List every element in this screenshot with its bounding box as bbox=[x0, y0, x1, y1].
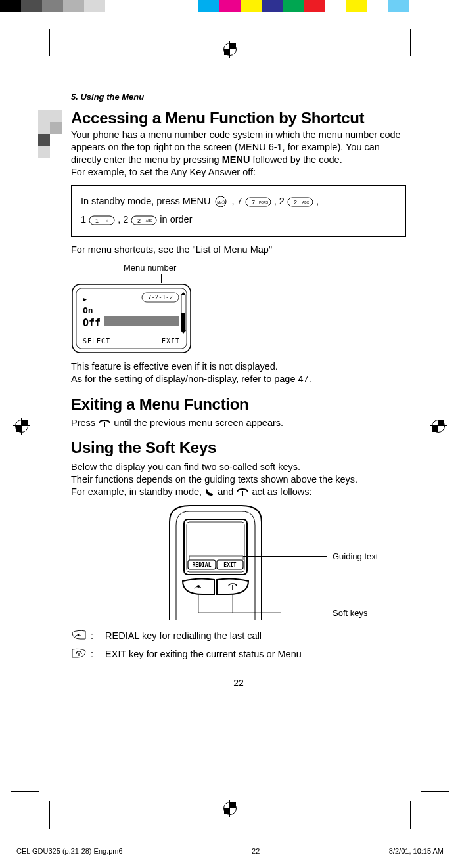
crop-mark bbox=[410, 801, 411, 829]
svg-text:On: On bbox=[83, 305, 93, 315]
color-swatch bbox=[241, 0, 262, 12]
softkey-right-icon bbox=[71, 648, 88, 664]
end-key-icon bbox=[236, 488, 249, 497]
seq-text: , bbox=[316, 196, 319, 206]
page-number: 22 bbox=[71, 678, 406, 688]
exiting-paragraph: Press until the previous menu screen app… bbox=[71, 417, 406, 429]
softkeys-text-c: act as follows: bbox=[252, 487, 311, 497]
end-key-icon bbox=[98, 419, 111, 428]
feature-note-a: This feature is effective even if it is … bbox=[71, 360, 406, 373]
key-desc-text: REDIAL key for redialling the last call bbox=[105, 630, 394, 643]
svg-text:ABC: ABC bbox=[146, 219, 153, 223]
key-sequence-box: In standby mode, press MENU M/❍ , 7 7PQR… bbox=[71, 185, 406, 237]
page: 5. Using the Menu Accessing a Menu Funct… bbox=[0, 0, 460, 868]
footer-timestamp: 8/2/01, 10:15 AM bbox=[389, 847, 444, 855]
seq-text: In standby mode, press MENU bbox=[81, 196, 213, 206]
heading-exiting: Exiting a Menu Function bbox=[71, 395, 406, 414]
key-7-icon: 7PQRS bbox=[245, 196, 271, 207]
intro-text-c: followed by the code. bbox=[250, 154, 342, 165]
heading-softkeys: Using the Soft Keys bbox=[71, 439, 406, 457]
svg-rect-8 bbox=[89, 216, 114, 225]
crop-mark bbox=[11, 791, 39, 792]
svg-text:⌂: ⌂ bbox=[106, 219, 108, 223]
key-desc-text: EXIT key for exiting the current status … bbox=[105, 648, 394, 661]
svg-text:PQRS: PQRS bbox=[259, 200, 269, 204]
print-footer: CEL GDU325 (p.21-28) Eng.pm6 22 8/2/01, … bbox=[16, 847, 444, 855]
color-calibration-bar bbox=[0, 0, 460, 12]
svg-text:REDIAL: REDIAL bbox=[193, 562, 212, 568]
registration-mark-icon bbox=[430, 418, 447, 435]
svg-text:EXIT: EXIT bbox=[223, 562, 236, 568]
intro-text-d: For example, to set the Any Key Answer o… bbox=[71, 167, 256, 177]
softkeys-text-b: and bbox=[218, 487, 236, 497]
callout-soft-keys: Soft keys bbox=[333, 608, 367, 618]
color-swatch bbox=[84, 0, 105, 12]
call-key-icon bbox=[204, 488, 215, 497]
color-swatch bbox=[346, 0, 367, 12]
lcd-screenshot: 7-2-1-2 ▶ On Off SELECT bbox=[71, 283, 406, 355]
seq-text: in order bbox=[160, 214, 192, 225]
crop-mark bbox=[421, 791, 449, 792]
svg-rect-11 bbox=[131, 216, 156, 225]
color-swatch bbox=[262, 0, 283, 12]
svg-text:SELECT: SELECT bbox=[83, 337, 110, 345]
svg-rect-17 bbox=[181, 313, 185, 331]
intro-paragraph: Your phone has a menu number code system… bbox=[71, 129, 406, 179]
color-swatch bbox=[126, 0, 179, 12]
intro-bold-menu: MENU bbox=[222, 154, 250, 165]
svg-text:▶: ▶ bbox=[83, 295, 87, 303]
svg-text:2: 2 bbox=[137, 217, 141, 224]
svg-text:ABC: ABC bbox=[302, 200, 310, 204]
crop-mark bbox=[49, 801, 50, 829]
seq-text: , 2 bbox=[118, 214, 131, 225]
exiting-text-a: Press bbox=[71, 418, 98, 428]
svg-text:2: 2 bbox=[294, 199, 297, 206]
color-swatch bbox=[409, 0, 447, 12]
registration-mark-icon bbox=[13, 418, 30, 435]
softkeys-p1: Below the display you can find two so-ca… bbox=[71, 461, 406, 473]
footer-filename: CEL GDU325 (p.21-28) Eng.pm6 bbox=[16, 847, 123, 855]
seq-text: , 2 bbox=[274, 196, 287, 206]
key-1-icon: 1⌂ bbox=[89, 214, 115, 226]
svg-text:1: 1 bbox=[95, 217, 99, 224]
registration-mark-icon bbox=[221, 41, 239, 58]
svg-rect-5 bbox=[288, 198, 313, 206]
crop-mark bbox=[11, 66, 39, 66]
color-swatch bbox=[42, 0, 63, 12]
crop-mark bbox=[421, 66, 449, 66]
color-swatch bbox=[63, 0, 84, 12]
color-swatch bbox=[304, 0, 325, 12]
color-swatch bbox=[0, 0, 21, 12]
svg-text:7: 7 bbox=[252, 199, 255, 206]
content-area: 5. Using the Menu Accessing a Menu Funct… bbox=[71, 92, 406, 688]
color-swatch bbox=[198, 0, 219, 12]
shortcut-note: For menu shortcuts, see the "List of Men… bbox=[71, 244, 406, 256]
key-description-exit: : EXIT key for exiting the current statu… bbox=[71, 648, 406, 664]
chapter-label: 5. Using the Menu bbox=[71, 92, 144, 102]
color-swatch bbox=[367, 0, 388, 12]
svg-text:Off: Off bbox=[83, 317, 101, 329]
crop-mark bbox=[49, 29, 50, 56]
color-swatch bbox=[219, 0, 241, 12]
callout-guiding-text: Guiding text bbox=[333, 552, 378, 561]
color-swatch bbox=[105, 0, 126, 12]
heading-accessing: Accessing a Menu Function by Shortcut bbox=[71, 109, 406, 127]
key-2-icon: 2ABC bbox=[131, 214, 157, 226]
softkeys-text-a: For example, in standby mode, bbox=[71, 487, 204, 497]
exiting-text-b: until the previous menu screen appears. bbox=[114, 418, 283, 428]
svg-text:7-2-1-2: 7-2-1-2 bbox=[148, 294, 173, 301]
color-swatch bbox=[283, 0, 304, 12]
key-description-redial: : REDIAL key for redialling the last cal… bbox=[71, 630, 406, 645]
seq-text: , 7 bbox=[232, 196, 245, 206]
color-swatch bbox=[388, 0, 409, 12]
color-swatch bbox=[179, 0, 198, 12]
phone-illustration: REDIAL EXIT bbox=[71, 502, 406, 627]
menu-number-label: Menu number bbox=[124, 263, 406, 272]
color-swatch bbox=[21, 0, 42, 12]
softkeys-p2: Their functions depends on the guiding t… bbox=[71, 473, 406, 486]
key-2-icon: 2ABC bbox=[287, 196, 313, 207]
seq-text: 1 bbox=[81, 214, 89, 225]
svg-text:M/❍: M/❍ bbox=[218, 200, 226, 204]
softkeys-p3: For example, in standby mode, and act as… bbox=[71, 486, 406, 498]
crop-mark bbox=[410, 29, 411, 56]
